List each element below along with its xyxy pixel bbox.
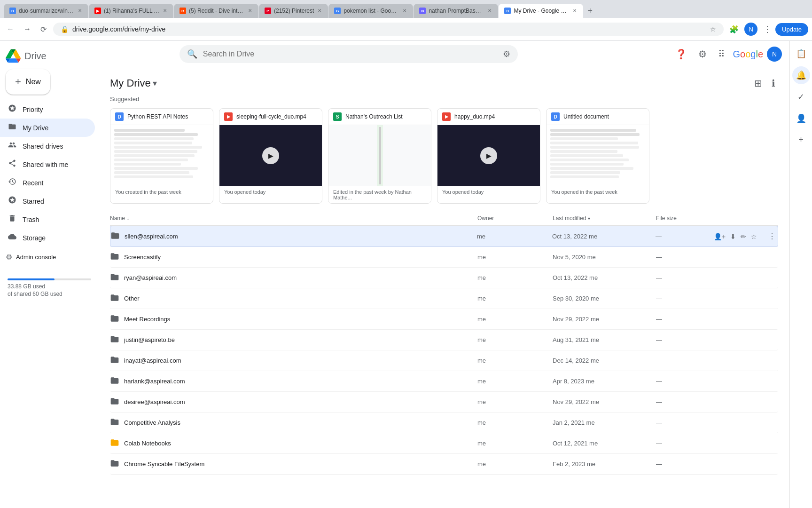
suggested-card-0[interactable]: D Python REST API Notes You created in t… [110, 108, 213, 204]
profile-avatar: N [744, 23, 757, 36]
play-button[interactable]: ▶ [480, 147, 497, 164]
table-row[interactable]: Competitive Analysis me Jan 2, 2021 me —… [110, 413, 778, 433]
row-owner: me [477, 460, 553, 468]
more-options-button[interactable]: ⋮ [767, 437, 778, 450]
more-options-button[interactable]: ⋮ [767, 458, 778, 470]
tab-close-icon[interactable]: ✕ [317, 8, 322, 14]
browser-tab-tab2[interactable]: ▶ (1) Rihanna's FULL Appl... ✕ [89, 4, 173, 18]
browser-tab-tab6[interactable]: N nathan PromptBase Profile |... ✕ [414, 4, 498, 18]
column-name[interactable]: Name ↓ [110, 215, 477, 222]
browser-tab-tab7[interactable]: D My Drive - Google Drive ✕ [499, 4, 583, 18]
bookmark-button[interactable]: ☆ [710, 25, 716, 33]
menu-button[interactable]: ⋮ [761, 22, 773, 36]
browser-tab-tab3[interactable]: R (5) Reddit - Dive into anyth... ✕ [174, 4, 258, 18]
sidebar-item-priority[interactable]: Priority [0, 100, 95, 119]
card-preview-container: ▶ [219, 125, 322, 186]
filter-icon[interactable]: ⚙ [503, 49, 510, 59]
rename-button[interactable]: ✏ [739, 231, 748, 242]
back-button[interactable]: ← [4, 23, 17, 35]
play-button[interactable]: ▶ [262, 147, 279, 164]
profile-button[interactable]: N [742, 21, 759, 38]
add-panel-button[interactable]: + [795, 131, 807, 149]
modified-sort-arrow-icon: ▾ [588, 216, 590, 221]
new-button[interactable]: + New [6, 69, 50, 95]
more-options-button[interactable]: ⋮ [767, 333, 778, 346]
table-row[interactable]: Other me Sep 30, 2020 me — ⋮ [110, 288, 778, 309]
star-button[interactable]: ☆ [749, 231, 759, 242]
browser-tab-tab5[interactable]: G pokemon list - Google Sear... ✕ [328, 4, 413, 18]
extensions-button[interactable]: 🧩 [727, 23, 741, 36]
more-options-button[interactable]: ⋮ [767, 251, 778, 263]
admin-console-item[interactable]: ⚙ Admin console [0, 249, 99, 265]
table-row[interactable]: inayat@aspireai.com me Dec 14, 2022 me —… [110, 350, 778, 371]
suggested-card-2[interactable]: S Nathan's Outreach List Edited in the p… [328, 108, 431, 204]
table-row[interactable]: silen@aspireai.com me Oct 13, 2022 me — … [110, 226, 778, 247]
search-input[interactable] [203, 50, 497, 58]
more-options-button[interactable]: ⋮ [767, 375, 778, 388]
chevron-down-icon[interactable]: ▾ [153, 78, 157, 88]
card-preview: ▶ [219, 125, 322, 186]
details-panel-button[interactable]: 📋 [792, 45, 810, 63]
more-options-button[interactable]: ⋮ [767, 271, 778, 284]
sidebar-item-recent[interactable]: Recent [0, 174, 95, 192]
suggested-card-1[interactable]: ▶ sleeping-full-cycle_duo.mp4 ▶ You open… [219, 108, 322, 204]
tab-close-icon[interactable]: ✕ [487, 8, 492, 14]
more-options-button[interactable]: ⋮ [767, 313, 778, 325]
search-container: 🔍 ⚙ [180, 45, 518, 63]
doc-line [114, 154, 195, 157]
table-row[interactable]: desiree@aspireai.com me Nov 29, 2022 me … [110, 392, 778, 413]
new-tab-button[interactable]: + [584, 4, 596, 18]
tab-close-icon[interactable]: ✕ [77, 8, 83, 14]
table-row[interactable]: Meet Recordings me Nov 29, 2022 me — ⋮ [110, 309, 778, 330]
card-footer: You created in the past week [110, 186, 213, 198]
tab-close-icon[interactable]: ✕ [572, 8, 578, 14]
suggested-card-4[interactable]: D Untitled document You opened in the pa… [546, 108, 649, 204]
table-row[interactable]: Colab Notebooks me Oct 12, 2021 me — ⋮ [110, 433, 778, 454]
sidebar-item-starred[interactable]: Starred [0, 192, 95, 210]
sidebar-item-shared-with-me[interactable]: Shared with me [0, 155, 95, 174]
user-avatar[interactable]: N [767, 47, 782, 62]
share-button[interactable]: 👤+ [712, 231, 727, 242]
row-size: — [656, 398, 712, 405]
update-button[interactable]: Update [775, 23, 808, 36]
settings-button[interactable]: ⚙ [695, 45, 710, 64]
browser-tab-tab4[interactable]: P (2152) Pinterest ✕ [259, 4, 328, 18]
more-options-button[interactable]: ⋮ [766, 230, 778, 243]
column-modified[interactable]: Last modified ▾ [553, 215, 656, 222]
table-row[interactable]: justin@aspireto.be me Aug 31, 2021 me — … [110, 330, 778, 350]
row-name: silen@aspireai.com [110, 231, 477, 242]
tab-close-icon[interactable]: ✕ [247, 8, 253, 14]
tasks-panel-button[interactable]: ✓ [794, 88, 808, 106]
download-button[interactable]: ⬇ [728, 231, 738, 242]
apps-button[interactable]: ⠿ [714, 45, 729, 64]
grid-view-button[interactable]: ⊞ [751, 75, 765, 92]
tab-close-icon[interactable]: ✕ [402, 8, 407, 14]
contacts-panel-button[interactable]: 👤 [792, 110, 810, 127]
more-options-button[interactable]: ⋮ [767, 354, 778, 367]
sidebar-item-trash[interactable]: Trash [0, 210, 95, 229]
search-bar: 🔍 ⚙ [180, 45, 518, 63]
forward-button[interactable]: → [21, 23, 34, 35]
more-options-button[interactable]: ⋮ [767, 396, 778, 408]
more-options-button[interactable]: ⋮ [767, 292, 778, 305]
tab-close-icon[interactable]: ✕ [162, 8, 168, 14]
reload-button[interactable]: ⟳ [38, 23, 49, 36]
info-button[interactable]: ℹ [769, 75, 778, 92]
help-button[interactable]: ❓ [671, 45, 691, 64]
suggested-card-3[interactable]: ▶ happy_duo.mp4 ▶ You opened today [437, 108, 540, 204]
more-options-button[interactable]: ⋮ [767, 416, 778, 429]
row-modified: Jan 2, 2021 me [553, 419, 656, 426]
table-row[interactable]: Screencastify me Nov 5, 2020 me — ⋮ [110, 247, 778, 268]
table-row[interactable]: hariank@aspireai.com me Apr 8, 2023 me —… [110, 371, 778, 392]
spreadsheet-preview [379, 127, 381, 184]
row-size: — [656, 295, 712, 302]
file-name-text: hariank@aspireai.com [124, 378, 185, 385]
sidebar-item-storage[interactable]: Storage [0, 229, 95, 247]
activity-panel-button[interactable]: 🔔 [792, 66, 810, 84]
address-bar[interactable]: 🔒 drive.google.com/drive/my-drive ☆ [53, 23, 724, 36]
sidebar-item-shared-drives[interactable]: Shared drives [0, 137, 95, 155]
table-row[interactable]: Chrome Syncable FileSystem me Feb 2, 202… [110, 454, 778, 475]
browser-tab-tab1[interactable]: D duo-summarize/window_par... ✕ [4, 4, 88, 18]
sidebar-item-my-drive[interactable]: My Drive [0, 119, 95, 137]
table-row[interactable]: ryan@aspireai.com me Oct 13, 2022 me — ⋮ [110, 268, 778, 288]
